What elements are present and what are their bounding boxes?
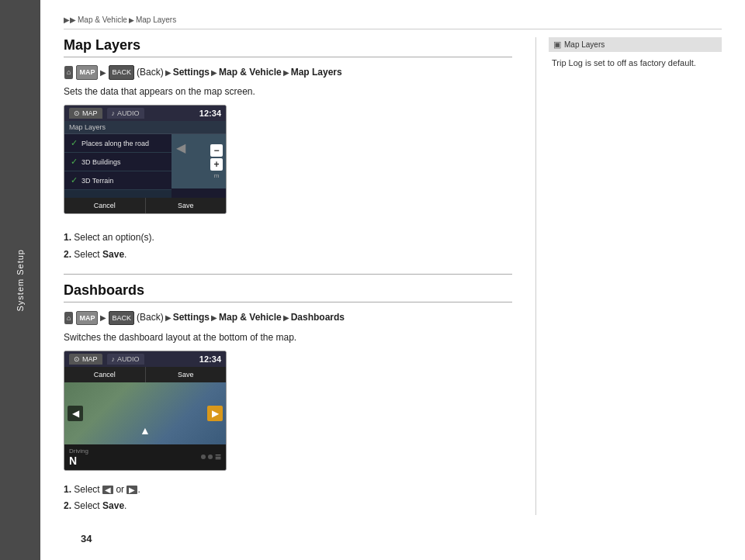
dash-dot-2 xyxy=(208,455,213,459)
audio-tab-label: AUDIO xyxy=(117,109,140,117)
dash-n-value: N xyxy=(69,455,77,467)
audio-note-icon: ♪ xyxy=(112,109,116,117)
map-tab: ⊙ MAP xyxy=(69,108,102,119)
screen-header: ⊙ MAP ♪ AUDIO 12:34 xyxy=(64,105,226,121)
info-box-text: Trip Log is set to off as factory defaul… xyxy=(549,57,722,71)
breadcrumb-map-layers: Map Layers xyxy=(136,16,176,24)
map-scale: m xyxy=(210,172,223,179)
map-preview: ◀ − + m xyxy=(172,134,226,188)
dash-dot-1 xyxy=(201,455,206,459)
save-btn[interactable]: Save xyxy=(146,198,227,213)
dash-step-2-num: 2. xyxy=(64,500,71,511)
dash-save-btn[interactable]: Save xyxy=(146,367,227,382)
screen-spacer xyxy=(64,190,172,198)
dash-audio-label: AUDIO xyxy=(117,355,140,363)
dash-map-area: ◀ ▶ ▲ xyxy=(64,382,226,444)
map-layers-steps: 1. Select an option(s). 2. Select Save. xyxy=(64,226,512,263)
dash-direction-info: Driving N xyxy=(69,448,88,467)
home-icon: ⌂ xyxy=(64,66,73,78)
section-divider xyxy=(64,274,512,275)
dash-direction-value: N xyxy=(69,455,88,467)
map-tab-label: MAP xyxy=(82,109,98,117)
dashboard-screen-mockup: ⊙ MAP ♪ AUDIO 12:34 Cancel Save xyxy=(64,351,227,471)
map-icon-2: MAP xyxy=(76,311,98,325)
check-icon-3: ✓ xyxy=(71,175,78,185)
nav-arrow8: ▶ xyxy=(283,312,289,324)
dashboards-content: ⊙ MAP ♪ AUDIO 12:34 Cancel Save xyxy=(64,351,512,515)
map-zoom-controls: − + m xyxy=(210,144,223,179)
dash-audio-icon: ♪ xyxy=(112,355,116,363)
prev-icon[interactable]: ◀ xyxy=(102,486,113,494)
screen-body: ✓ Places along the road ✓ 3D Buildings ✓… xyxy=(64,134,226,198)
dash-map-tab: ⊙ MAP xyxy=(69,354,102,365)
nav-map-vehicle1: Map & Vehicle xyxy=(219,65,282,80)
cancel-btn[interactable]: Cancel xyxy=(64,198,146,213)
layer-label-2: 3D Buildings xyxy=(81,158,121,166)
layer-item-3[interactable]: ✓ 3D Terrain xyxy=(64,171,172,190)
save-word: Save xyxy=(102,249,124,260)
screen-map-layers-title: Map Layers xyxy=(64,121,226,134)
breadcrumb: ▶▶ Map & Vehicle ▶ Map Layers xyxy=(64,16,722,29)
dash-map-icon: ⊙ xyxy=(74,355,80,363)
screen-time: 12:34 xyxy=(199,109,221,118)
zoom-out-btn[interactable]: + xyxy=(210,158,223,171)
dash-map-label: MAP xyxy=(82,355,98,363)
audio-tab: ♪ AUDIO xyxy=(107,108,144,119)
check-icon-1: ✓ xyxy=(71,138,78,148)
info-box-title: ▣ Map Layers xyxy=(549,37,722,52)
dash-step-2: 2. Select Save. xyxy=(64,498,512,515)
page-number: 34 xyxy=(81,533,92,544)
dash-bottom-bar: Driving N ≡ xyxy=(64,444,226,470)
two-column-layout: Map Layers ⌂ MAP ▶ BACK (Back) ▶ Setting… xyxy=(64,37,722,515)
dash-left-arrow[interactable]: ◀ xyxy=(68,406,83,421)
nav-dashboards: Dashboards xyxy=(291,310,345,325)
map-layers-nav-path: ⌂ MAP ▶ BACK (Back) ▶ Settings ▶ Map & V… xyxy=(64,65,512,80)
back-icon-2: BACK xyxy=(109,311,134,325)
dash-vehicle-icon: ▲ xyxy=(140,424,151,437)
map-layers-content: ⊙ MAP ♪ AUDIO 12:34 Map Layers xyxy=(64,105,512,263)
map-layers-title: Map Layers xyxy=(64,37,512,57)
map-layers-section: Map Layers ⌂ MAP ▶ BACK (Back) ▶ Setting… xyxy=(64,37,512,263)
layers-list: ✓ Places along the road ✓ 3D Buildings ✓… xyxy=(64,134,172,198)
nav-map-layers: Map Layers xyxy=(291,65,342,80)
dash-controls: ≡ xyxy=(201,451,221,463)
layer-item-2[interactable]: ✓ 3D Buildings xyxy=(64,153,172,171)
info-box-icon: ▣ xyxy=(553,40,561,50)
dash-screen-time: 12:34 xyxy=(199,354,221,364)
sidebar-label: System Setup xyxy=(16,249,25,311)
dash-top-buttons: Cancel Save xyxy=(64,367,226,382)
sidebar: System Setup xyxy=(0,0,40,560)
dash-save-word: Save xyxy=(102,500,124,511)
screen-bottom-buttons: Cancel Save xyxy=(64,198,226,213)
back-label: (Back) xyxy=(137,65,164,80)
zoom-in-btn[interactable]: − xyxy=(210,144,223,157)
step-1: 1. Select an option(s). xyxy=(64,230,512,247)
nav-arrow3: ▶ xyxy=(211,67,217,79)
dash-menu-icon[interactable]: ≡ xyxy=(215,451,221,463)
layer-item-1[interactable]: ✓ Places along the road xyxy=(64,134,172,153)
step-1-num: 1. xyxy=(64,232,71,243)
nav-settings2: Settings xyxy=(173,310,210,325)
dash-right-arrow[interactable]: ▶ xyxy=(207,406,223,421)
back-label-2: (Back) xyxy=(137,310,164,325)
nav-arrow7: ▶ xyxy=(211,312,217,324)
next-icon[interactable]: ▶ xyxy=(126,486,137,494)
info-box: ▣ Map Layers Trip Log is set to off as f… xyxy=(549,37,722,71)
breadcrumb-map-vehicle: Map & Vehicle xyxy=(78,16,127,24)
breadcrumb-arrow1: ▶ xyxy=(129,16,134,24)
dash-driving-label: Driving xyxy=(69,448,88,455)
map-layers-screen-mockup: ⊙ MAP ♪ AUDIO 12:34 Map Layers xyxy=(64,105,227,214)
left-column: Map Layers ⌂ MAP ▶ BACK (Back) ▶ Setting… xyxy=(64,37,535,515)
layer-label-3: 3D Terrain xyxy=(81,177,113,185)
check-icon-2: ✓ xyxy=(71,157,78,167)
dashboards-section: Dashboards ⌂ MAP ▶ BACK (Back) ▶ Setting… xyxy=(64,274,512,514)
home-icon-2: ⌂ xyxy=(64,312,73,324)
dash-step-1: 1. Select ◀ or ▶. xyxy=(64,482,512,499)
dash-cancel-btn[interactable]: Cancel xyxy=(64,367,146,382)
map-layers-description: Sets the data that appears on the map sc… xyxy=(64,86,512,97)
map-icon: MAP xyxy=(76,65,98,79)
nav-arrow2: ▶ xyxy=(165,67,172,79)
left-arrow-icon[interactable]: ◀ xyxy=(176,140,185,155)
info-box-title-text: Map Layers xyxy=(564,40,605,49)
dashboards-steps: 1. Select ◀ or ▶. 2. Select Save. xyxy=(64,479,512,515)
